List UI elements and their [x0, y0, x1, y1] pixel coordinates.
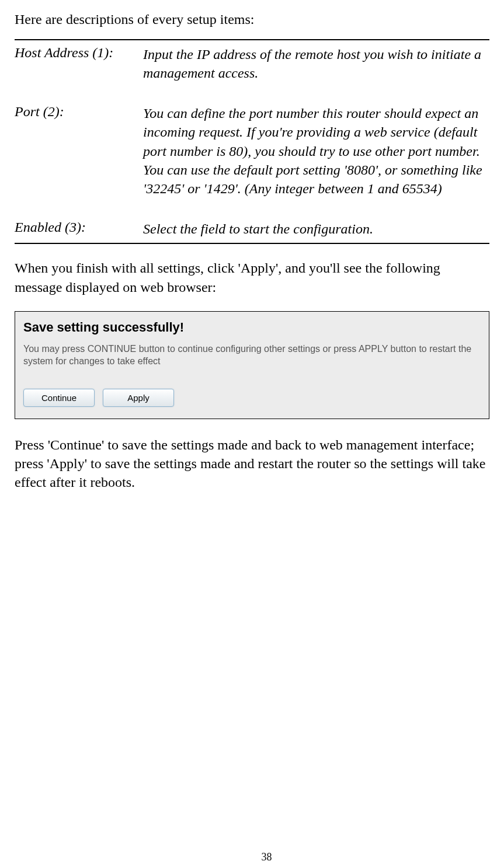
definition-row: Host Address (1): Input the IP address o… [15, 40, 489, 88]
dialog-title: Save setting successfully! [23, 320, 481, 335]
apply-button[interactable]: Apply [103, 389, 174, 407]
definition-row: Enabled (3): Select the field to start t… [15, 215, 489, 243]
post-settings-text: When you finish with all settings, click… [15, 259, 489, 297]
definition-term: Enabled (3): [15, 219, 143, 238]
page-number: 38 [15, 851, 504, 863]
definitions-table: Host Address (1): Input the IP address o… [15, 39, 489, 244]
definition-description: You can define the port number this rout… [143, 104, 489, 198]
continue-button[interactable]: Continue [23, 389, 95, 407]
final-instructions-text: Press 'Continue' to save the settings ma… [15, 435, 489, 492]
definition-description: Input the IP address of the remote host … [143, 45, 489, 83]
definition-term: Port (2): [15, 104, 143, 198]
definition-term: Host Address (1): [15, 45, 143, 83]
definition-row: Port (2): You can define the port number… [15, 99, 489, 203]
dialog-description: You may press CONTINUE button to continu… [23, 343, 481, 368]
save-dialog: Save setting successfully! You may press… [15, 311, 489, 419]
dialog-button-row: Continue Apply [23, 389, 481, 407]
intro-text: Here are descriptions of every setup ite… [15, 12, 489, 27]
definition-description: Select the field to start the configurat… [143, 219, 489, 238]
